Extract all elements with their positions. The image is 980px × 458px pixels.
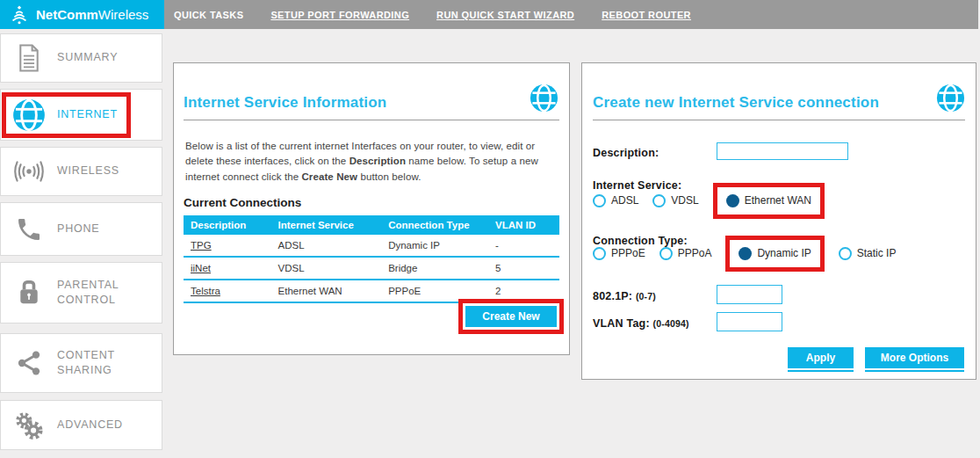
8021p-input[interactable] [717,285,782,304]
table-header-row: Description Internet Service Connection … [184,215,559,235]
more-options-button[interactable]: More Options [865,347,964,368]
create-connection-panel: Create new Internet Service connection D… [581,62,976,380]
radio-pppoe[interactable]: PPPoE [593,247,645,260]
radio-circle [659,247,673,260]
radio-circle-selected [739,247,752,260]
col-vlan-id: VLAN ID [488,215,559,235]
vlan-tag-label: VLAN Tag: (0-4094) [593,317,689,330]
radio-pppoa[interactable]: PPPoA [659,247,712,260]
top-bar: NetCommWireless QUICK TASKS SETUP PORT F… [0,0,978,29]
panel-title: Internet Service Information [184,94,559,112]
nav-setup-port-forwarding[interactable]: SETUP PORT FORWARDING [270,10,409,20]
radio-ethernet-wan[interactable]: Ethernet WAN [726,194,811,207]
internet-service-options: ADSL VDSL Ethernet WAN [593,183,825,218]
sidebar-item-parental-control[interactable]: PARENTAL CONTROL [0,262,162,324]
nav-run-quick-start-wizard[interactable]: RUN QUICK START WIZARD [436,10,574,20]
col-description: Description [184,215,271,235]
sidebar-item-label: SUMMARY [57,50,118,66]
sidebar-item-label: CONTENT SHARING [57,348,136,379]
table-row: TPG ADSL Dynamic IP - [184,235,559,257]
description-label: Description: [593,147,659,159]
sidebar-item-advanced[interactable]: ADVANCED [0,400,162,450]
radio-adsl[interactable]: ADSL [593,194,638,207]
lock-icon [1,278,57,308]
globe-icon [936,84,965,113]
highlight-box-ethernet-wan: Ethernet WAN [713,183,825,219]
internet-service-information-panel: Internet Service Information Below is a … [173,62,570,355]
highlight-box-dynamic-ip: Dynamic IP [725,236,824,272]
sidebar-item-internet[interactable]: INTERNET [0,89,162,141]
connection-link-tpg[interactable]: TPG [191,240,212,251]
globe-icon [530,84,558,113]
wifi-signal-icon [1,160,57,183]
radio-circle [593,247,606,260]
title-divider [593,120,965,120]
panel-title: Create new Internet Service connection [593,94,965,112]
radio-static-ip[interactable]: Static IP [839,247,897,260]
panel-intro-text: Below is a list of the current internet … [185,139,558,185]
apply-button[interactable]: Apply [788,347,854,368]
radio-circle [593,194,606,207]
current-connections-heading: Current Connections [184,196,559,209]
sidebar-item-phone[interactable]: PHONE [0,202,162,256]
gears-icon [1,411,57,440]
quick-tasks-nav: QUICK TASKS SETUP PORT FORWARDING RUN QU… [164,0,691,29]
brand-logo: NetCommWireless [0,0,164,29]
sidebar-item-summary[interactable]: SUMMARY [0,33,162,83]
radio-circle-selected [726,194,739,207]
connection-link-iinet[interactable]: iiNet [191,263,211,273]
antenna-icon [10,4,29,25]
radio-dynamic-ip[interactable]: Dynamic IP [739,247,811,260]
sidebar-item-wireless[interactable]: WIRELESS [0,147,162,196]
share-icon [1,349,57,377]
description-input[interactable] [717,142,848,160]
sidebar-item-label: PHONE [57,222,99,237]
phone-icon [1,215,57,244]
nav-reboot-router[interactable]: REBOOT ROUTER [602,10,691,20]
highlight-box-create-new: Create New [458,299,564,334]
table-row: iiNet VDSL Bridge 5 [184,257,559,280]
brand-name: NetCommWireless [36,7,148,22]
col-connection-type: Connection Type [381,215,488,235]
radio-circle [652,194,666,207]
connection-type-options: PPPoE PPPoA Dynamic IP Static IP [593,236,896,271]
col-internet-service: Internet Service [271,215,382,235]
sidebar-item-label: INTERNET [57,107,118,123]
sidebar-item-label: WIRELESS [57,164,119,179]
vlan-tag-input[interactable] [717,312,782,331]
router-admin-page: NetCommWireless QUICK TASKS SETUP PORT F… [0,0,980,458]
document-icon [1,43,57,73]
title-divider [184,120,559,120]
globe-icon [1,98,57,132]
radio-circle [839,247,852,260]
create-new-button[interactable]: Create New [465,306,557,327]
sidebar-item-label: ADVANCED [57,418,123,433]
sidebar-item-label: PARENTAL CONTROL [57,278,136,309]
sidebar-item-content-sharing[interactable]: CONTENT SHARING [0,333,162,393]
connection-link-telstra[interactable]: Telstra [191,286,220,296]
form-actions: Apply More Options [788,347,964,368]
8021p-label: 802.1P: (0-7) [593,290,656,302]
radio-vdsl[interactable]: VDSL [652,194,698,207]
nav-quick-tasks[interactable]: QUICK TASKS [174,10,243,20]
connections-table: Description Internet Service Connection … [184,215,559,303]
